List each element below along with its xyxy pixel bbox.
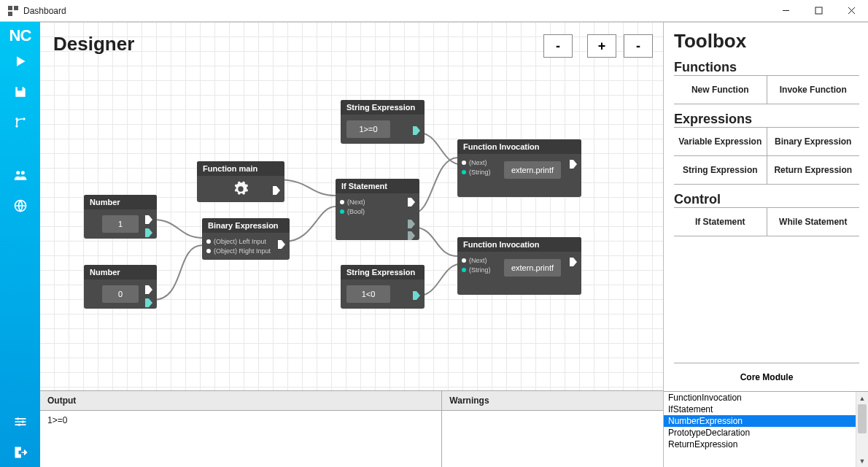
maximize-button[interactable]	[802, 0, 835, 22]
exit-icon[interactable]	[0, 438, 40, 467]
node-header: String Expression	[341, 100, 425, 115]
node-function-invocation-1[interactable]: Function Invocation (Next) (String) exte…	[457, 139, 581, 197]
functions-section-title: Functions	[674, 60, 859, 75]
node-value[interactable]: extern.printf	[504, 161, 561, 179]
zoom-out-button-2[interactable]: -	[624, 34, 653, 58]
node-header: Number	[84, 195, 157, 209]
string-expression-button[interactable]: String Expression	[674, 156, 767, 184]
binary-expression-button[interactable]: Binary Expression	[767, 128, 860, 155]
type-list-item[interactable]: ReturnExpression	[664, 439, 856, 450]
node-number-0[interactable]: Number 0	[84, 265, 157, 309]
type-list-panel: FunctionInvocationIfStatementNumberExpre…	[664, 391, 868, 467]
type-list-item[interactable]: IfStatement	[664, 404, 856, 415]
users-icon[interactable]	[0, 161, 40, 190]
zoom-out-button-1[interactable]: -	[543, 34, 573, 58]
node-value[interactable]: 1	[102, 215, 139, 233]
zoom-toolbar: - + -	[543, 34, 653, 58]
warnings-header: Warnings	[442, 391, 663, 411]
toolbox-panel: Toolbox Functions New Function Invoke Fu…	[664, 22, 868, 391]
node-header: If Statement	[336, 179, 419, 193]
designer-canvas[interactable]: Designer - + - Number 1	[40, 22, 663, 391]
node-header: Number	[84, 265, 157, 279]
type-list-item[interactable]: PrototypeDeclaration	[664, 427, 856, 439]
node-if-statement[interactable]: If Statement (Next) (Bool)	[336, 179, 419, 240]
node-value[interactable]: 1<0	[346, 285, 390, 303]
node-function-main[interactable]: Function main	[197, 161, 284, 202]
designer-title: Designer	[53, 33, 134, 55]
node-number-1[interactable]: Number 1	[84, 195, 157, 239]
output-header: Output	[40, 391, 441, 411]
play-icon[interactable]	[0, 47, 40, 76]
expressions-section-title: Expressions	[674, 112, 859, 127]
svg-point-9	[18, 424, 20, 426]
port-bool: (Bool)	[340, 208, 415, 215]
svg-point-7	[17, 417, 19, 420]
svg-point-5	[20, 171, 24, 174]
node-header: Binary Expression	[202, 218, 290, 233]
node-string-expression-1[interactable]: String Expression 1>=0	[341, 100, 425, 144]
minimize-button[interactable]	[770, 0, 802, 22]
output-panel: Output 1>=0	[40, 391, 442, 467]
invoke-function-button[interactable]: Invoke Function	[767, 76, 860, 104]
toolbox-title: Toolbox	[674, 30, 859, 53]
output-body[interactable]: 1>=0	[40, 411, 441, 467]
core-module-button[interactable]: Core Module	[674, 363, 859, 391]
svg-rect-0	[815, 7, 822, 14]
svg-point-8	[21, 420, 23, 422]
zoom-in-button[interactable]: +	[587, 34, 616, 58]
branch-icon[interactable]	[0, 108, 40, 137]
if-statement-button[interactable]: If Statement	[674, 208, 767, 236]
app-icon	[7, 5, 19, 17]
svg-point-2	[15, 125, 18, 127]
type-list[interactable]: FunctionInvocationIfStatementNumberExpre…	[664, 392, 856, 467]
window-title: Dashboard	[23, 6, 66, 16]
node-function-invocation-2[interactable]: Function Invocation (Next) (String) exte…	[457, 237, 581, 295]
type-list-item[interactable]: FunctionInvocation	[664, 392, 856, 404]
warnings-panel: Warnings	[442, 391, 663, 467]
settings-icon[interactable]	[0, 407, 40, 436]
variable-expression-button[interactable]: Variable Expression	[674, 128, 767, 155]
output-line: 1>=0	[47, 415, 434, 425]
node-header: Function main	[197, 161, 284, 176]
save-icon[interactable]	[0, 77, 40, 107]
scroll-up-icon[interactable]: ▲	[856, 392, 868, 404]
port-next: (Next)	[340, 198, 415, 206]
svg-point-4	[16, 171, 20, 174]
port-left-input: (Object) Left Input	[206, 238, 285, 245]
close-button[interactable]	[835, 0, 868, 22]
node-header: String Expression	[341, 265, 425, 279]
control-section-title: Control	[674, 192, 859, 207]
warnings-body[interactable]	[442, 411, 663, 467]
svg-point-3	[23, 117, 25, 120]
port-right-input: (Object) Right Input	[206, 247, 285, 255]
node-value[interactable]: extern.printf	[504, 259, 561, 277]
node-binary-expression[interactable]: Binary Expression (Object) Left Input (O…	[202, 218, 290, 260]
return-expression-button[interactable]: Return Expression	[767, 156, 860, 184]
scroll-down-icon[interactable]: ▼	[856, 455, 868, 467]
gear-icon	[233, 181, 249, 197]
window-titlebar: Dashboard	[0, 0, 868, 22]
node-header: Function Invocation	[457, 237, 581, 252]
logo: NC	[9, 26, 31, 45]
node-value[interactable]: 0	[102, 285, 139, 303]
node-value[interactable]: 1>=0	[346, 120, 390, 138]
globe-icon[interactable]	[0, 191, 40, 220]
left-sidebar: NC	[0, 22, 40, 467]
type-list-item[interactable]: NumberExpression	[664, 415, 856, 427]
scroll-thumb[interactable]	[858, 404, 867, 433]
scrollbar[interactable]: ▲ ▼	[856, 392, 868, 467]
node-string-expression-2[interactable]: String Expression 1<0	[341, 265, 425, 309]
node-header: Function Invocation	[457, 139, 581, 154]
while-statement-button[interactable]: While Statement	[767, 208, 860, 236]
new-function-button[interactable]: New Function	[674, 76, 767, 104]
